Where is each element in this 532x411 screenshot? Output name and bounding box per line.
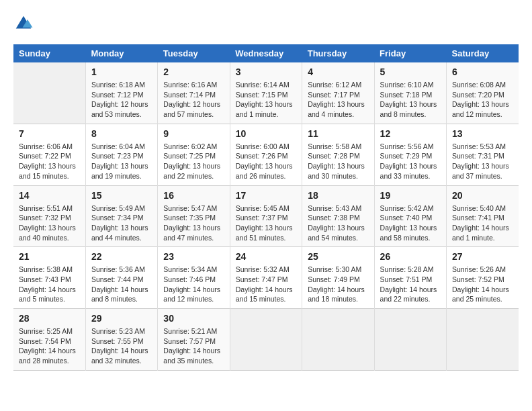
day-info: Sunrise: 5:25 AMSunset: 7:54 PMDaylight:… xyxy=(19,326,80,366)
day-number: 26 xyxy=(380,251,441,262)
day-number: 8 xyxy=(91,128,152,139)
day-info: Sunrise: 5:21 AMSunset: 7:57 PMDaylight:… xyxy=(163,326,224,366)
logo xyxy=(13,13,36,34)
day-info: Sunrise: 5:56 AMSunset: 7:29 PMDaylight:… xyxy=(380,142,441,181)
day-info: Sunrise: 5:30 AMSunset: 7:49 PMDaylight:… xyxy=(308,265,368,304)
day-number: 22 xyxy=(91,251,152,262)
day-info: Sunrise: 6:06 AMSunset: 7:22 PMDaylight:… xyxy=(19,142,80,181)
column-header-thursday: Thursday xyxy=(302,44,374,62)
day-number: 21 xyxy=(19,251,80,262)
day-number: 14 xyxy=(19,190,80,201)
day-cell: 26Sunrise: 5:28 AMSunset: 7:51 PMDayligh… xyxy=(374,247,446,309)
column-header-wednesday: Wednesday xyxy=(230,44,302,62)
calendar-header: SundayMondayTuesdayWednesdayThursdayFrid… xyxy=(13,44,519,62)
logo-icon xyxy=(13,13,34,34)
day-info: Sunrise: 5:51 AMSunset: 7:32 PMDaylight:… xyxy=(19,203,80,243)
day-info: Sunrise: 6:10 AMSunset: 7:18 PMDaylight:… xyxy=(380,80,441,120)
day-number: 5 xyxy=(380,66,441,77)
day-cell: 23Sunrise: 5:34 AMSunset: 7:46 PMDayligh… xyxy=(158,247,230,309)
header-row: SundayMondayTuesdayWednesdayThursdayFrid… xyxy=(13,44,519,62)
day-info: Sunrise: 6:16 AMSunset: 7:14 PMDaylight:… xyxy=(163,80,224,120)
day-number: 15 xyxy=(91,190,152,201)
day-info: Sunrise: 5:34 AMSunset: 7:46 PMDaylight:… xyxy=(163,265,224,304)
day-cell: 13Sunrise: 5:53 AMSunset: 7:31 PMDayligh… xyxy=(447,124,519,185)
day-info: Sunrise: 5:42 AMSunset: 7:40 PMDaylight:… xyxy=(380,203,441,243)
day-number: 11 xyxy=(308,128,368,139)
day-cell: 16Sunrise: 5:47 AMSunset: 7:35 PMDayligh… xyxy=(158,185,230,247)
day-number: 25 xyxy=(308,251,368,262)
day-number: 13 xyxy=(452,128,513,139)
day-info: Sunrise: 5:49 AMSunset: 7:34 PMDaylight:… xyxy=(91,203,152,243)
day-info: Sunrise: 5:40 AMSunset: 7:41 PMDaylight:… xyxy=(452,203,513,243)
column-header-friday: Friday xyxy=(374,44,446,62)
day-info: Sunrise: 6:12 AMSunset: 7:17 PMDaylight:… xyxy=(308,80,368,120)
day-cell: 21Sunrise: 5:38 AMSunset: 7:43 PMDayligh… xyxy=(13,247,85,309)
day-cell: 2Sunrise: 6:16 AMSunset: 7:14 PMDaylight… xyxy=(158,62,230,124)
week-row-5: 28Sunrise: 5:25 AMSunset: 7:54 PMDayligh… xyxy=(13,309,519,371)
day-info: Sunrise: 5:28 AMSunset: 7:51 PMDaylight:… xyxy=(380,265,441,304)
day-cell xyxy=(302,309,374,371)
column-header-sunday: Sunday xyxy=(13,44,85,62)
day-number: 18 xyxy=(308,190,368,201)
day-info: Sunrise: 5:38 AMSunset: 7:43 PMDaylight:… xyxy=(19,265,80,304)
column-header-saturday: Saturday xyxy=(447,44,519,62)
day-cell: 9Sunrise: 6:02 AMSunset: 7:25 PMDaylight… xyxy=(158,124,230,185)
day-cell: 15Sunrise: 5:49 AMSunset: 7:34 PMDayligh… xyxy=(85,185,157,247)
day-cell: 22Sunrise: 5:36 AMSunset: 7:44 PMDayligh… xyxy=(85,247,157,309)
day-number: 7 xyxy=(19,128,80,139)
day-number: 30 xyxy=(163,313,224,324)
day-cell: 19Sunrise: 5:42 AMSunset: 7:40 PMDayligh… xyxy=(374,185,446,247)
day-info: Sunrise: 6:02 AMSunset: 7:25 PMDaylight:… xyxy=(163,142,224,181)
day-cell: 5Sunrise: 6:10 AMSunset: 7:18 PMDaylight… xyxy=(374,62,446,124)
day-info: Sunrise: 6:08 AMSunset: 7:20 PMDaylight:… xyxy=(452,80,513,120)
day-number: 24 xyxy=(236,251,296,262)
day-info: Sunrise: 5:32 AMSunset: 7:47 PMDaylight:… xyxy=(236,265,296,304)
day-info: Sunrise: 6:14 AMSunset: 7:15 PMDaylight:… xyxy=(236,80,296,120)
page-header xyxy=(13,13,519,34)
week-row-2: 7Sunrise: 6:06 AMSunset: 7:22 PMDaylight… xyxy=(13,124,519,185)
calendar-table: SundayMondayTuesdayWednesdayThursdayFrid… xyxy=(13,44,519,371)
day-info: Sunrise: 5:23 AMSunset: 7:55 PMDaylight:… xyxy=(91,326,152,366)
day-cell xyxy=(230,309,302,371)
day-cell: 11Sunrise: 5:58 AMSunset: 7:28 PMDayligh… xyxy=(302,124,374,185)
week-row-4: 21Sunrise: 5:38 AMSunset: 7:43 PMDayligh… xyxy=(13,247,519,309)
day-number: 23 xyxy=(163,251,224,262)
day-cell: 25Sunrise: 5:30 AMSunset: 7:49 PMDayligh… xyxy=(302,247,374,309)
day-cell: 27Sunrise: 5:26 AMSunset: 7:52 PMDayligh… xyxy=(447,247,519,309)
day-number: 4 xyxy=(308,66,368,77)
day-cell: 30Sunrise: 5:21 AMSunset: 7:57 PMDayligh… xyxy=(158,309,230,371)
day-info: Sunrise: 5:58 AMSunset: 7:28 PMDaylight:… xyxy=(308,142,368,181)
day-info: Sunrise: 5:53 AMSunset: 7:31 PMDaylight:… xyxy=(452,142,513,181)
day-number: 1 xyxy=(91,66,152,77)
week-row-1: 1Sunrise: 6:18 AMSunset: 7:12 PMDaylight… xyxy=(13,62,519,124)
day-number: 10 xyxy=(236,128,296,139)
day-cell xyxy=(13,62,85,124)
column-header-monday: Monday xyxy=(85,44,157,62)
day-number: 2 xyxy=(163,66,224,77)
day-number: 12 xyxy=(380,128,441,139)
day-cell: 6Sunrise: 6:08 AMSunset: 7:20 PMDaylight… xyxy=(447,62,519,124)
day-info: Sunrise: 5:36 AMSunset: 7:44 PMDaylight:… xyxy=(91,265,152,304)
day-info: Sunrise: 5:47 AMSunset: 7:35 PMDaylight:… xyxy=(163,203,224,243)
day-number: 17 xyxy=(236,190,296,201)
day-number: 29 xyxy=(91,313,152,324)
day-cell xyxy=(374,309,446,371)
day-cell: 4Sunrise: 6:12 AMSunset: 7:17 PMDaylight… xyxy=(302,62,374,124)
day-info: Sunrise: 5:26 AMSunset: 7:52 PMDaylight:… xyxy=(452,265,513,304)
day-info: Sunrise: 5:43 AMSunset: 7:38 PMDaylight:… xyxy=(308,203,368,243)
day-cell: 8Sunrise: 6:04 AMSunset: 7:23 PMDaylight… xyxy=(85,124,157,185)
day-info: Sunrise: 6:04 AMSunset: 7:23 PMDaylight:… xyxy=(91,142,152,181)
day-cell: 1Sunrise: 6:18 AMSunset: 7:12 PMDaylight… xyxy=(85,62,157,124)
column-header-tuesday: Tuesday xyxy=(158,44,230,62)
day-info: Sunrise: 6:00 AMSunset: 7:26 PMDaylight:… xyxy=(236,142,296,181)
day-number: 20 xyxy=(452,190,513,201)
calendar-body: 1Sunrise: 6:18 AMSunset: 7:12 PMDaylight… xyxy=(13,62,519,370)
day-cell: 10Sunrise: 6:00 AMSunset: 7:26 PMDayligh… xyxy=(230,124,302,185)
day-number: 6 xyxy=(452,66,513,77)
day-cell: 12Sunrise: 5:56 AMSunset: 7:29 PMDayligh… xyxy=(374,124,446,185)
day-cell: 3Sunrise: 6:14 AMSunset: 7:15 PMDaylight… xyxy=(230,62,302,124)
day-number: 27 xyxy=(452,251,513,262)
week-row-3: 14Sunrise: 5:51 AMSunset: 7:32 PMDayligh… xyxy=(13,185,519,247)
day-number: 16 xyxy=(163,190,224,201)
day-cell: 18Sunrise: 5:43 AMSunset: 7:38 PMDayligh… xyxy=(302,185,374,247)
